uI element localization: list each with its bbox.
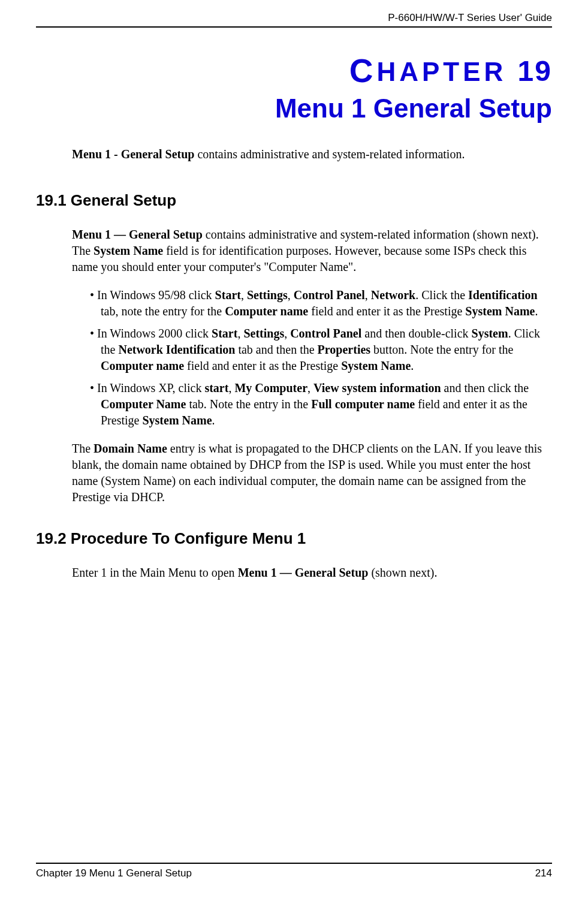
page-footer: Chapter 19 Menu 1 General Setup 214 — [36, 863, 552, 879]
chapter-label: CHAPTER 19 — [36, 52, 552, 90]
s1p2-b1: Domain Name — [94, 442, 167, 455]
section-2-para-1: Enter 1 in the Main Menu to open Menu 1 … — [72, 565, 552, 581]
chapter-number: 19 — [518, 55, 552, 87]
guide-title: P-660H/HW/W-T Series User' Guide — [388, 12, 552, 24]
s2p1-b: Menu 1 — General Setup — [238, 566, 369, 579]
chapter-intro: Menu 1 - General Setup contains administ… — [72, 146, 552, 162]
chapter-letter: C — [349, 52, 377, 89]
list-item: In Windows 95/98 click Start, Settings, … — [90, 287, 552, 320]
list-item: In Windows XP, click start, My Computer,… — [90, 380, 552, 429]
li3-pre: In Windows XP, click — [97, 381, 204, 394]
page-header: P-660H/HW/W-T Series User' Guide — [36, 12, 552, 28]
s2p1-c: (shown next). — [368, 566, 437, 579]
li1-pre: In Windows 95/98 click — [97, 288, 215, 302]
section-1-para-2: The Domain Name entry is what is propaga… — [72, 441, 552, 505]
footer-left: Chapter 19 Menu 1 General Setup — [36, 867, 192, 879]
s2p1-a: Enter 1 in the Main Menu to open — [72, 566, 238, 579]
s1p2-a: The — [72, 442, 94, 455]
intro-lead: Menu 1 - General Setup — [72, 147, 194, 161]
intro-rest: contains administrative and system-relat… — [194, 147, 465, 161]
s1p1-bold2: System Name — [94, 244, 163, 257]
footer-page-number: 214 — [535, 867, 552, 879]
section-1-heading: 19.1 General Setup — [36, 191, 552, 210]
list-item: In Windows 2000 click Start, Settings, C… — [90, 326, 552, 374]
bullet-list: In Windows 95/98 click Start, Settings, … — [90, 287, 552, 429]
section-1-para-1: Menu 1 — General Setup contains administ… — [72, 227, 552, 275]
chapter-word: HAPTER — [376, 57, 506, 86]
section-2-heading: 19.2 Procedure To Configure Menu 1 — [36, 529, 552, 548]
s1p1-bold1: Menu 1 — General Setup — [72, 228, 203, 241]
li2-pre: In Windows 2000 click — [97, 327, 212, 340]
chapter-title: Menu 1 General Setup — [36, 94, 552, 123]
